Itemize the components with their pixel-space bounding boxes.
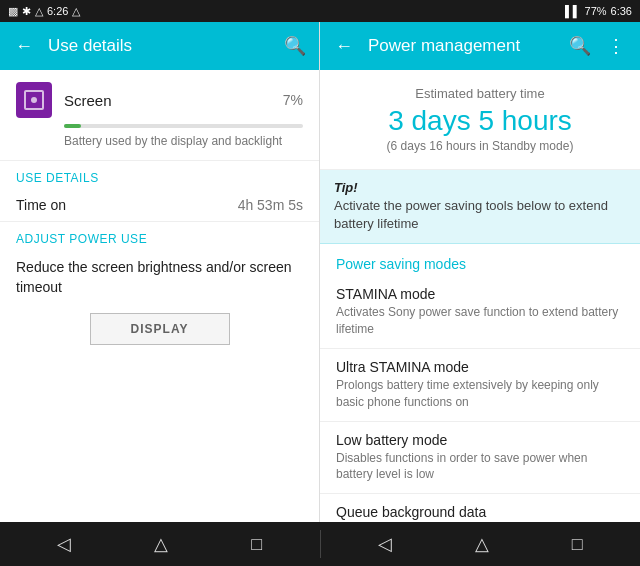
status-time-left: 6:26 [47,5,68,17]
left-recent-nav-icon[interactable]: □ [251,534,262,555]
screen-name: Screen [64,92,112,109]
status-time-right: 6:36 [611,5,632,17]
status-bar-left: ▩ ✱ △ 6:26 △ [8,5,80,18]
status-bar: ▩ ✱ △ 6:26 △ ▌▌ 77% 6:36 [0,0,640,22]
left-back-nav-icon[interactable]: ◁ [57,533,71,555]
screen-percent: 7% [283,92,303,108]
time-on-value: 4h 53m 5s [238,197,303,213]
signal-icon: △ [35,5,43,18]
screen-name-row: Screen 7% [64,92,303,109]
left-home-nav-icon[interactable]: △ [154,533,168,555]
low-battery-mode-desc: Disables functions in order to save powe… [336,450,624,484]
battery-percent: 77% [585,5,607,17]
status-bar-right: ▌▌ 77% 6:36 [565,5,632,17]
left-app-bar: ← Use details 🔍 [0,22,319,70]
battery-estimate: Estimated battery time 3 days 5 hours (6… [320,70,640,170]
notification-icon: △ [72,5,80,18]
use-details-label: USE DETAILS [0,161,319,189]
stamina-mode-desc: Activates Sony power save function to ex… [336,304,624,338]
stamina-mode-name: STAMINA mode [336,286,624,302]
sim-icon: ▩ [8,5,18,18]
screen-icon-dot [31,97,37,103]
screen-description: Battery used by the display and backligh… [64,134,303,148]
queue-bg-data-item[interactable]: Queue background data [320,494,640,522]
screen-item: Screen 7% Battery used by the display an… [0,70,319,161]
right-search-button[interactable]: 🔍 [568,34,592,58]
left-search-button[interactable]: 🔍 [283,34,307,58]
right-app-bar-title: Power management [368,36,556,56]
queue-bg-data-name: Queue background data [336,504,624,520]
battery-estimate-label: Estimated battery time [336,86,624,101]
left-back-button[interactable]: ← [12,34,36,58]
screen-icon-inner [24,90,44,110]
right-back-nav-icon[interactable]: ◁ [378,533,392,555]
right-back-button[interactable]: ← [332,34,356,58]
ultra-stamina-mode-item[interactable]: Ultra STAMINA mode Prolongs battery time… [320,349,640,422]
screen-progress-bg [64,124,303,128]
low-battery-mode-item[interactable]: Low battery mode Disables functions in o… [320,422,640,495]
right-more-button[interactable]: ⋮ [604,34,628,58]
screen-app-icon [16,82,52,118]
display-btn-wrap: DISPLAY [0,309,319,361]
right-nav: ◁ △ □ [321,522,641,566]
signal-bars-icon: ▌▌ [565,5,581,17]
time-on-label: Time on [16,197,66,213]
left-panel: ← Use details 🔍 Screen 7% Battery used b… [0,22,320,522]
main-area: ← Use details 🔍 Screen 7% Battery used b… [0,22,640,522]
power-modes-label: Power saving modes [320,244,640,276]
low-battery-mode-name: Low battery mode [336,432,624,448]
left-nav: ◁ △ □ [0,522,320,566]
tip-box: Tip! Activate the power saving tools bel… [320,170,640,244]
ultra-stamina-mode-desc: Prolongs battery time extensively by kee… [336,377,624,411]
adjust-power-desc: Reduce the screen brightness and/or scre… [0,250,319,309]
right-panel: ← Power management 🔍 ⋮ Estimated battery… [320,22,640,522]
ultra-stamina-mode-name: Ultra STAMINA mode [336,359,624,375]
nav-bar: ◁ △ □ ◁ △ □ [0,522,640,566]
stamina-mode-item[interactable]: STAMINA mode Activates Sony power save f… [320,276,640,349]
left-app-bar-title: Use details [48,36,271,56]
right-recent-nav-icon[interactable]: □ [572,534,583,555]
time-on-row: Time on 4h 53m 5s [0,189,319,222]
display-button[interactable]: DISPLAY [90,313,230,345]
bluetooth-icon: ✱ [22,5,31,18]
right-home-nav-icon[interactable]: △ [475,533,489,555]
right-app-bar: ← Power management 🔍 ⋮ [320,22,640,70]
battery-estimate-time: 3 days 5 hours [336,105,624,137]
screen-progress-fill [64,124,81,128]
tip-label: Tip! [334,180,626,195]
adjust-power-label: ADJUST POWER USE [0,222,319,250]
screen-item-header: Screen 7% [16,82,303,118]
tip-text: Activate the power saving tools below to… [334,197,626,233]
battery-estimate-standby: (6 days 16 hours in Standby mode) [336,139,624,153]
